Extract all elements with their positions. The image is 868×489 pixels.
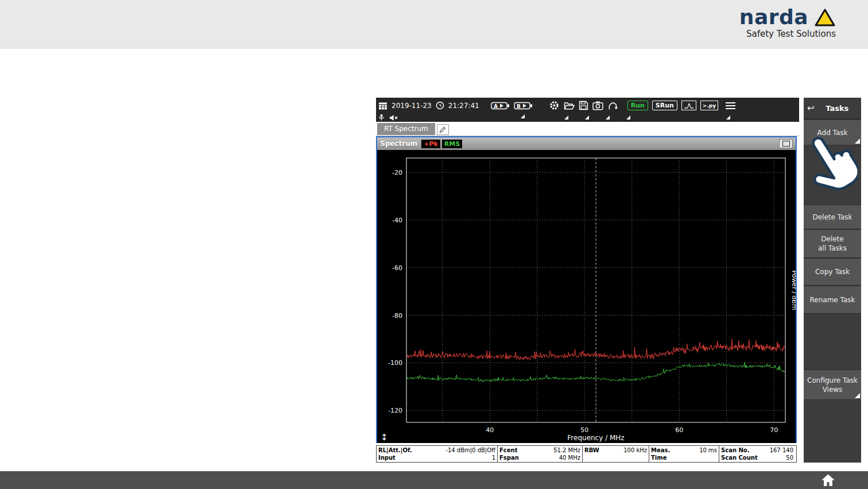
status-rbw-label[interactable]: RBW [582, 446, 605, 462]
menu-icon[interactable] [726, 102, 735, 109]
status-meastime-label[interactable]: Meas. Time [649, 446, 688, 462]
copy-task-button[interactable]: Copy Task [804, 258, 861, 286]
delete-all-tasks-button[interactable]: Deleteall Tasks [804, 229, 861, 258]
status-fcent-value[interactable]: 51.2 MHz40 MHz [530, 446, 582, 462]
battery-dropdown-icon[interactable] [521, 114, 525, 118]
panel-title: Spectrum [380, 140, 417, 148]
menu-dropdown-icon[interactable] [726, 115, 730, 120]
status-rbw-value[interactable]: 100 kHz [605, 446, 649, 462]
narda-logo: narda Safety Test Solutions [739, 7, 836, 39]
sidebar-title: Tasks [817, 104, 858, 113]
report-view-button[interactable] [681, 101, 696, 110]
page-header: narda Safety Test Solutions [0, 0, 868, 49]
spectrum-panel: Spectrum +Pk RMS -20-40-60-80-100-120405… [376, 136, 797, 443]
svg-text:-80: -80 [392, 312, 402, 319]
python-script-button[interactable]: >.py [700, 101, 718, 110]
brand-name: narda [739, 7, 808, 28]
tasks-sidebar-header: ↩ Tasks [804, 98, 861, 119]
top-toolbar: 2019-11-23 21:27:41 A B [376, 98, 799, 113]
tasks-sidebar: ↩ Tasks Add Task Delete Task Deleteall T… [804, 98, 861, 463]
delete-task-button[interactable]: Delete Task [804, 205, 861, 229]
analyzer-window: 2019-11-23 21:27:41 A B [376, 98, 861, 463]
rename-task-button[interactable]: Rename Task [804, 286, 861, 314]
battery-a-icon[interactable]: A [491, 102, 510, 110]
narda-triangle-icon [814, 8, 836, 27]
spectrum-chart[interactable]: -20-40-60-80-100-12040506070Frequency / … [377, 150, 796, 443]
svg-text:40: 40 [486, 426, 494, 434]
tab-rt-spectrum[interactable]: RT Spectrum [377, 123, 435, 135]
edit-tab-button[interactable] [437, 124, 449, 135]
analyzer-main-area: 2019-11-23 21:27:41 A B [376, 98, 799, 463]
time-text: 21:27:41 [448, 102, 479, 110]
calendar-icon [378, 101, 388, 110]
svg-text:↕: ↕ [381, 432, 388, 442]
home-icon[interactable] [820, 472, 836, 488]
status-scan-value: 167 14050 [760, 446, 795, 462]
spectrum-panel-header: Spectrum +Pk RMS [377, 137, 796, 150]
svg-text:-40: -40 [392, 217, 402, 224]
svg-text:Power / dBm: Power / dBm [790, 270, 796, 310]
recall-arrow-icon[interactable] [607, 101, 618, 110]
save-icon[interactable] [579, 101, 588, 110]
status-scan-label: Scan No.Scan Count [719, 446, 760, 462]
add-task-button[interactable]: Add Task [804, 120, 861, 145]
recall-dropdown-icon[interactable] [626, 115, 630, 120]
settings-gear-icon[interactable] [549, 100, 560, 111]
configure-task-views-button[interactable]: Configure TaskViews [804, 369, 861, 400]
screenshot-camera-icon[interactable] [592, 101, 603, 110]
pencil-icon [439, 126, 446, 133]
svg-text:-20: -20 [392, 169, 402, 176]
open-folder-icon[interactable] [564, 101, 575, 110]
svg-text:50: 50 [580, 426, 588, 434]
status-rl-value[interactable]: -14 dBm|0 dB|Off1 [412, 446, 497, 462]
single-run-button[interactable]: SRun [652, 101, 677, 110]
back-arrow-icon[interactable]: ↩ [807, 104, 815, 113]
clock-icon [436, 101, 444, 110]
add-task-more-icon [855, 138, 860, 144]
camera-dropdown-icon[interactable] [606, 115, 610, 120]
save-dropdown-icon[interactable] [585, 115, 589, 120]
trace-rms-chip[interactable]: RMS [442, 140, 462, 148]
svg-text:-120: -120 [388, 407, 402, 414]
svg-text:B: B [517, 103, 521, 109]
tab-bar: RT Spectrum [376, 122, 799, 136]
maximize-button[interactable] [779, 139, 793, 148]
brand-tagline: Safety Test Solutions [739, 29, 836, 39]
mute-speaker-icon[interactable] [389, 114, 398, 121]
svg-text:Frequency / MHz: Frequency / MHz [567, 434, 624, 442]
battery-b-icon[interactable]: B [514, 102, 533, 110]
svg-text:A: A [494, 103, 498, 109]
spectrum-curve-icon [683, 102, 695, 109]
configure-more-icon [855, 393, 860, 398]
svg-text:60: 60 [675, 426, 683, 434]
status-fcent-label[interactable]: FcentFspan [497, 446, 530, 462]
microphone-icon[interactable] [378, 114, 385, 121]
trace-peak-chip[interactable]: +Pk [421, 140, 440, 148]
status-rl-label[interactable]: RL|Att.|Of.Input [377, 446, 412, 462]
page-footer [0, 471, 868, 489]
status-meastime-value[interactable]: 10 ms [688, 446, 719, 462]
date-text: 2019-11-23 [392, 102, 432, 110]
svg-text:70: 70 [770, 426, 778, 434]
svg-text:-60: -60 [392, 264, 402, 272]
svg-text:-100: -100 [388, 359, 402, 367]
folder-dropdown-icon[interactable] [564, 115, 568, 120]
status-bar: RL|Att.|Of.Input -14 dBm|0 dB|Off1 Fcent… [376, 445, 797, 463]
run-button[interactable]: Run [627, 101, 648, 110]
